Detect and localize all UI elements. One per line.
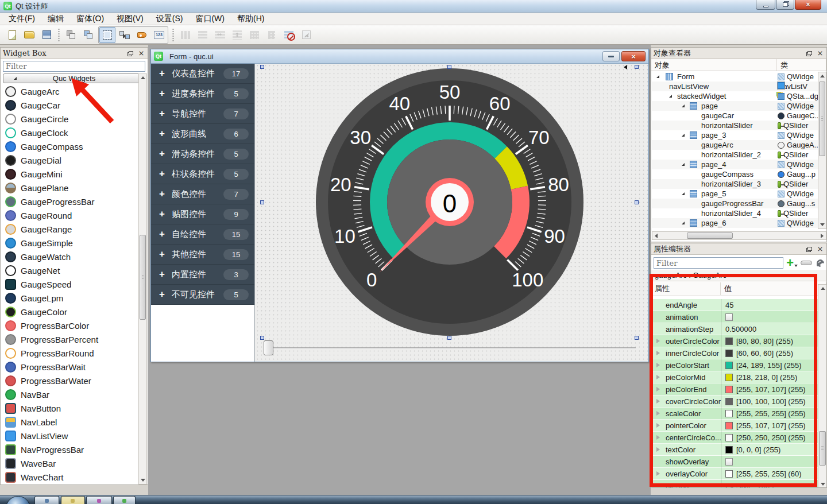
- column-object[interactable]: 对象: [651, 59, 777, 71]
- adjust-size-button[interactable]: [298, 27, 314, 43]
- widget-item-navlabel[interactable]: NavLabel: [1, 415, 137, 429]
- nav-item-4[interactable]: +波形曲线6: [151, 124, 254, 144]
- slider-groove[interactable]: [266, 347, 636, 349]
- slider-handle[interactable]: [264, 340, 273, 355]
- add-dynamic-property-button[interactable]: +: [786, 259, 798, 267]
- menu-item-5[interactable]: 设置(S): [150, 13, 190, 25]
- widget-item-gaugemini[interactable]: GaugeMini: [1, 167, 137, 181]
- object-row-horizontalSlider_3[interactable]: horizontalSlider_3QSlider: [652, 179, 818, 189]
- object-tree-scroll-handle[interactable]: [819, 82, 825, 156]
- object-row-page_4[interactable]: page_4QWidge: [652, 160, 818, 169]
- widget-item-progressbarround[interactable]: ProgressBarRound: [1, 346, 137, 360]
- nav-item-10[interactable]: +其他控件15: [151, 245, 254, 265]
- edit-signals-slots-button[interactable]: [117, 27, 133, 43]
- menu-item-4[interactable]: 视图(V): [110, 13, 150, 25]
- object-inspector-float-button[interactable]: [806, 49, 814, 57]
- widget-item-gaugesimple[interactable]: GaugeSimple: [1, 236, 137, 250]
- object-tree-vscrollbar[interactable]: [818, 72, 826, 229]
- taskbar-app-2[interactable]: [61, 496, 85, 504]
- scroll-up-icon[interactable]: [821, 287, 825, 290]
- widget-item-gaugeround[interactable]: GaugeRound: [1, 208, 137, 222]
- menu-item-2[interactable]: 编辑: [41, 13, 70, 25]
- nav-item-2[interactable]: +进度条控件5: [151, 84, 254, 104]
- selection-handle-6[interactable]: [260, 336, 264, 340]
- gauge-arc-widget[interactable]: 01020304050607080901000: [316, 68, 583, 336]
- selection-handle-2[interactable]: [447, 65, 451, 69]
- tree-expander-icon[interactable]: [682, 222, 685, 224]
- taskbar-app-4[interactable]: [113, 496, 136, 504]
- object-row-gaugeProgressBar[interactable]: gaugeProgressBarGaug...s: [652, 199, 818, 208]
- property-editor-close-button[interactable]: ×: [816, 245, 824, 253]
- widget-item-navbutton[interactable]: NavButton: [1, 401, 137, 415]
- widget-item-gaugewatch[interactable]: GaugeWatch: [1, 250, 137, 263]
- widget-item-progressbarwater[interactable]: ProgressBarWater: [1, 374, 137, 387]
- widget-item-progressbarcolor[interactable]: ProgressBarColor: [1, 319, 137, 332]
- nav-item-5[interactable]: +滑动条控件5: [151, 144, 254, 164]
- selection-handle-7[interactable]: [447, 336, 451, 340]
- layout-horizontal-button[interactable]: [177, 27, 194, 43]
- selection-handle-5[interactable]: [635, 200, 639, 204]
- widget-item-wavechart[interactable]: WaveChart: [1, 470, 137, 484]
- widget-item-navprogressbar[interactable]: NavProgressBar: [1, 443, 137, 456]
- widget-item-gaugedial[interactable]: GaugeDial: [1, 153, 137, 167]
- menu-item-6[interactable]: 窗口(W): [189, 13, 231, 25]
- object-row-stackedWidget[interactable]: stackedWidgetQSta...dg: [652, 91, 818, 101]
- nav-item-1[interactable]: +仪表盘控件17: [151, 64, 254, 84]
- nav-item-3[interactable]: +导航控件7: [151, 104, 254, 124]
- widget-box-close-button[interactable]: ×: [137, 49, 145, 57]
- close-button[interactable]: ×: [795, 0, 821, 10]
- widget-item-progressbarwait[interactable]: ProgressBarWait: [1, 360, 137, 374]
- taskbar-app-1[interactable]: [34, 496, 59, 504]
- object-row-page_6[interactable]: page_6QWidge: [652, 218, 818, 228]
- object-tree-hscroll-handle[interactable]: [687, 232, 733, 239]
- configure-property-editor-button[interactable]: [815, 258, 824, 267]
- column-class[interactable]: 类: [777, 59, 826, 71]
- widget-item-gaugelpm[interactable]: GaugeLpm: [1, 291, 137, 305]
- object-row-horizontalSlider_4[interactable]: horizontalSlider_4QSlider: [652, 208, 818, 218]
- object-tree-hscrollbar[interactable]: [652, 231, 826, 240]
- scroll-down-icon[interactable]: [141, 479, 145, 482]
- selection-handle-1[interactable]: [260, 65, 264, 69]
- menu-item-1[interactable]: 文件(F): [2, 13, 41, 25]
- selection-handle-8[interactable]: [635, 336, 639, 340]
- save-file-button[interactable]: [38, 27, 55, 43]
- menu-item-7[interactable]: 帮助(H): [231, 13, 270, 25]
- layout-vertical-button[interactable]: [195, 27, 211, 43]
- property-scroll-handle[interactable]: [819, 431, 826, 466]
- form-canvas[interactable]: +仪表盘控件17+进度条控件5+导航控件7+波形曲线6+滑动条控件5+柱状条控件…: [151, 64, 648, 362]
- open-file-button[interactable]: [21, 27, 37, 43]
- nav-item-7[interactable]: +颜色控件7: [151, 184, 254, 204]
- scroll-up-icon[interactable]: [141, 76, 145, 79]
- object-row-navListView[interactable]: navListViewNavListV: [652, 82, 818, 91]
- widget-box-float-button[interactable]: [127, 49, 135, 57]
- form-title-bar[interactable]: Qt Form - quc.ui ×: [151, 49, 648, 64]
- widget-list-scrollbar[interactable]: [138, 73, 147, 484]
- selection-handle-4[interactable]: [260, 200, 264, 204]
- scroll-left-icon[interactable]: [655, 234, 658, 238]
- widget-item-progressbarpercent[interactable]: ProgressBarPercent: [1, 332, 137, 346]
- object-row-gaugeArc[interactable]: gaugeArcGaugeA...: [652, 140, 818, 150]
- tree-expander-icon[interactable]: [682, 134, 685, 137]
- edit-buddies-button[interactable]: [134, 27, 150, 43]
- nav-item-8[interactable]: +贴图控件9: [151, 204, 254, 224]
- scroll-up-icon[interactable]: [820, 75, 825, 77]
- form-minimize-button[interactable]: [602, 51, 620, 61]
- object-row-gaugeCompass[interactable]: gaugeCompassGaug...p: [652, 169, 818, 179]
- widget-item-gaugeprogressbar[interactable]: GaugeProgressBar: [1, 195, 137, 208]
- start-button[interactable]: [6, 496, 30, 504]
- widget-item-gaugerange[interactable]: GaugeRange: [1, 222, 137, 236]
- widget-item-gaugenet[interactable]: GaugeNet: [1, 263, 137, 277]
- remove-dynamic-property-button[interactable]: [801, 261, 812, 265]
- nav-item-11[interactable]: +内置控件3: [151, 265, 254, 285]
- lower-widget-button[interactable]: [63, 27, 79, 43]
- property-vscrollbar[interactable]: [818, 284, 827, 488]
- taskbar-app-3[interactable]: [86, 496, 112, 504]
- widget-item-gaugeplane[interactable]: GaugePlane: [1, 181, 137, 195]
- form-close-button[interactable]: ×: [621, 51, 646, 61]
- layout-form-button[interactable]: [264, 27, 280, 43]
- property-editor-float-button[interactable]: [806, 245, 814, 253]
- object-row-page_3[interactable]: page_3QWidge: [652, 130, 818, 140]
- object-row-Form[interactable]: FormQWidge: [652, 72, 818, 82]
- widget-item-gaugecolor[interactable]: GaugeColor: [1, 305, 137, 319]
- object-row-page[interactable]: pageQWidge: [652, 101, 818, 111]
